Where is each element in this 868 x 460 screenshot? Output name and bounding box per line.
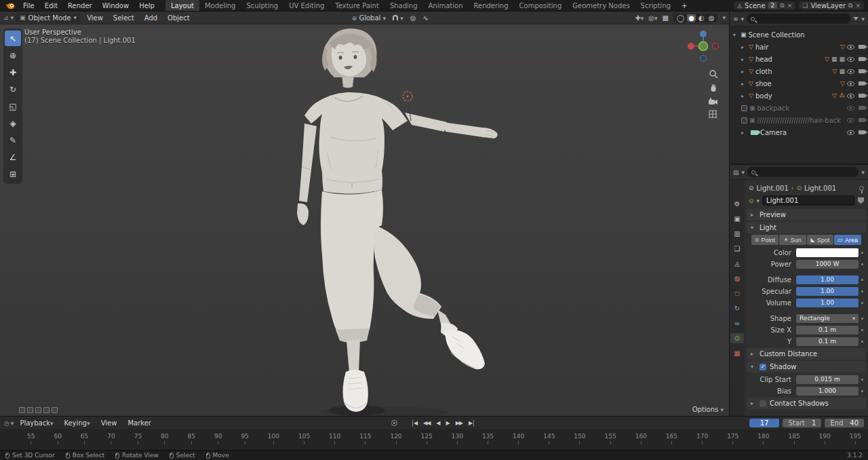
snap-toggle[interactable]: ▾ [393, 14, 403, 22]
shading-rendered-button[interactable]: ◍ [707, 14, 716, 22]
tab-render[interactable]: ▣ [730, 214, 744, 224]
move-tool[interactable]: ✚ [5, 64, 21, 80]
show-gizmo-dropdown[interactable]: ✚▾ [635, 14, 644, 22]
menu-file[interactable]: File [18, 0, 39, 11]
shadow-checkbox[interactable]: ✓ [760, 364, 766, 370]
overlays-dropdown[interactable]: ◎▾ [648, 14, 657, 22]
tab-physics[interactable]: ↻ [730, 303, 744, 313]
properties-options-chevron-icon[interactable]: ▾ [861, 169, 865, 176]
viewport-3d[interactable]: ↖ ⊕ ✚ ↻ ◱ ◈ ✎ ∠ ⊞ User Perspective (17) … [0, 24, 729, 416]
outliner-search-input[interactable] [747, 14, 850, 24]
outliner-item-label[interactable]: hair [755, 43, 838, 51]
expand-icon[interactable]: ▸ [741, 56, 747, 62]
tab-object-data[interactable]: ⊙ [730, 333, 744, 343]
panel-shadow[interactable]: ▾ ✓ Shadow [747, 361, 866, 372]
outliner-item-label[interactable]: backpack [757, 104, 845, 112]
expand-icon[interactable]: ▸ [741, 130, 747, 136]
workspace-tab[interactable]: Layout [165, 0, 199, 11]
outliner-item-label[interactable]: cloth [755, 68, 831, 75]
menu-add[interactable]: Add [140, 14, 161, 22]
bias-field[interactable]: 1.000 [796, 387, 859, 396]
editor-chevron-icon[interactable]: ▾ [11, 420, 14, 427]
rotate-tool[interactable]: ↻ [5, 81, 21, 97]
tab-object[interactable]: □ [730, 288, 744, 299]
expand-icon[interactable]: ▸ [741, 81, 747, 87]
cursor-tool[interactable]: ⊕ [5, 47, 21, 63]
filter-icon[interactable] [853, 17, 859, 20]
animate-dot[interactable] [859, 379, 865, 381]
datablock-name-input[interactable]: Light.001 [762, 195, 855, 206]
add-workspace-button[interactable]: + [677, 0, 692, 11]
hide-viewport-toggle[interactable] [847, 69, 854, 74]
animate-dot[interactable] [859, 341, 865, 343]
menu-object[interactable]: Object [163, 14, 194, 22]
prev-keyframe-button[interactable]: ◀◀ [421, 419, 432, 427]
clip-start-field[interactable]: 0.015 m [796, 375, 859, 384]
outliner-item-label[interactable]: body [755, 92, 830, 100]
tab-world[interactable]: ◍ [730, 273, 744, 284]
end-frame-field[interactable]: End40 [825, 419, 864, 427]
workspace-tab[interactable]: Modeling [199, 0, 241, 11]
timeline-ruler[interactable]: 55 60 65 70 75 80 85 90 95 100 105 [0, 430, 868, 450]
filter-chevron-icon[interactable]: ▾ [861, 16, 865, 22]
outliner-row-camera[interactable]: ▸ Camera [738, 126, 868, 138]
size-x-field[interactable]: 0.1 m [796, 326, 859, 334]
shape-dropdown[interactable]: Rectangle▾ [796, 314, 859, 323]
exclude-checkbox[interactable] [741, 105, 747, 111]
menu-view[interactable]: View [83, 14, 107, 22]
contact-shadows-checkbox[interactable] [760, 400, 766, 407]
proportional-editing-toggle[interactable]: ◎ [410, 14, 416, 22]
light-type-spot[interactable]: ◣Spot [807, 235, 834, 245]
view-layer-selector[interactable]: ❏ ViewLayer ⧉ × [799, 1, 864, 9]
scale-tool[interactable]: ◱ [5, 98, 21, 114]
disable-render-toggle[interactable] [859, 69, 865, 73]
navigation-gizmo[interactable] [686, 28, 721, 64]
menu-edit[interactable]: Edit [40, 0, 62, 11]
falloff-icon[interactable]: ∿ [422, 14, 428, 22]
new-scene-icon[interactable]: ⧉ [780, 2, 784, 9]
editor-type-chevron-icon[interactable]: ▾ [11, 14, 14, 21]
scene-name[interactable]: Scene [745, 2, 766, 9]
menu-playback[interactable]: Playback ▾ [15, 419, 58, 427]
disable-render-toggle[interactable] [859, 81, 865, 85]
menu-select[interactable]: Select [109, 14, 138, 22]
mini-toggle-icon[interactable] [43, 407, 50, 413]
outliner-row-body[interactable]: ▸ ▽ body ▽ ⁂ [738, 90, 868, 102]
hide-viewport-toggle[interactable] [847, 81, 854, 86]
breadcrumb-data[interactable]: Light.001 [804, 185, 836, 192]
play-button[interactable]: ▶ [444, 419, 452, 427]
view-layer-name[interactable]: ViewLayer [810, 2, 846, 9]
mode-selector[interactable]: ▣ Object Mode ▾ [16, 14, 81, 22]
editor-chevron-icon[interactable]: ▾ [742, 169, 745, 176]
panel-preview[interactable]: ▸ Preview [747, 209, 866, 221]
light-color-swatch[interactable] [796, 248, 859, 257]
fake-user-shield-icon[interactable] [858, 197, 864, 204]
disable-render-toggle[interactable] [859, 118, 865, 122]
disable-render-toggle[interactable] [859, 57, 865, 61]
power-field[interactable]: 1000 W [796, 260, 859, 269]
hide-viewport-toggle[interactable] [847, 45, 854, 50]
light-type-point[interactable]: ⊙Point [751, 235, 778, 245]
timeline-editor-icon[interactable]: ◷ [4, 420, 9, 427]
shading-wireframe-button[interactable]: ◯ [675, 14, 686, 22]
tab-constraints[interactable]: ∞ [730, 318, 744, 328]
outliner-editor-icon[interactable]: ≡ [733, 16, 738, 22]
menu-help[interactable]: Help [134, 0, 159, 11]
workspace-tab[interactable]: Shading [384, 0, 423, 11]
hide-viewport-toggle[interactable] [847, 57, 854, 62]
diffuse-slider[interactable]: 1.00 [796, 275, 859, 284]
unlink-scene-icon[interactable]: × [787, 2, 793, 9]
expand-icon[interactable]: ▸ [741, 69, 747, 75]
pan-hand-icon[interactable] [709, 83, 718, 93]
shading-options-chevron-icon[interactable]: ▾ [722, 14, 726, 21]
jump-to-end-button[interactable]: ▶│ [467, 419, 477, 427]
tab-texture[interactable]: ▦ [730, 348, 744, 358]
pin-icon[interactable] [859, 186, 864, 191]
workspace-tab[interactable]: Geometry Nodes [567, 0, 635, 11]
outliner-row-scene-collection[interactable]: ▾ ▣ Scene Collection [730, 28, 868, 41]
collapse-icon[interactable]: ▾ [733, 32, 738, 38]
select-box-tool[interactable]: ↖ [5, 31, 21, 46]
editor-chevron-icon[interactable]: ▾ [741, 16, 745, 22]
shading-solid-button[interactable]: ● [687, 14, 696, 22]
properties-search-input[interactable] [747, 167, 859, 177]
